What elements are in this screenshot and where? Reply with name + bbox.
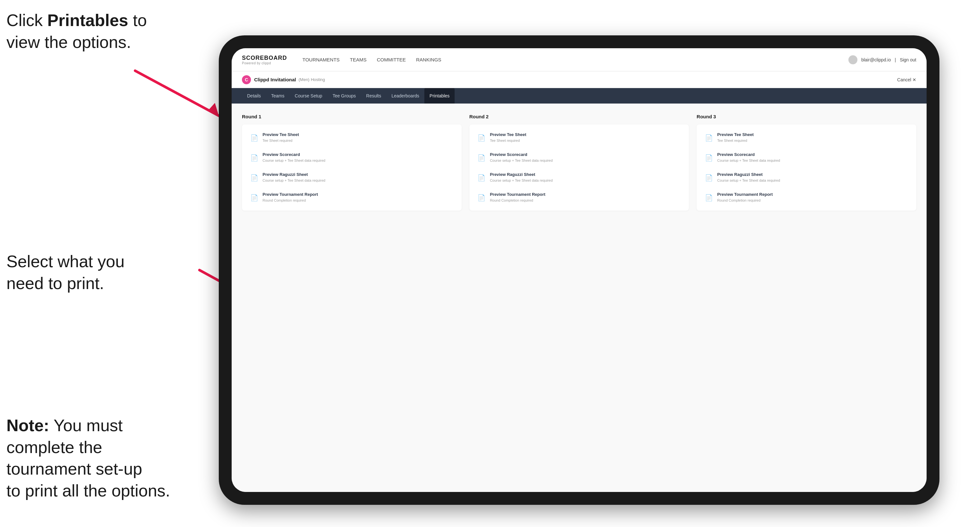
r2-raguzzi-sub: Course setup + Tee Sheet data required (490, 178, 553, 183)
r3-tee-title: Preview Tee Sheet (717, 132, 754, 138)
r1-scorecard-title: Preview Scorecard (262, 152, 325, 157)
top-nav-right: blair@clippd.io | Sign out (848, 55, 916, 64)
logo-title: SCOREBOARD (242, 55, 287, 62)
nav-rankings[interactable]: RANKINGS (416, 56, 441, 63)
tab-course-setup[interactable]: Course Setup (290, 88, 328, 103)
tablet-screen: SCOREBOARD Powered by clippd TOURNAMENTS… (232, 48, 927, 492)
main-content: Round 1 📄 Preview Tee Sheet Tee Sheet re… (232, 103, 927, 492)
tournament-name: Clippd Invitational (254, 77, 296, 82)
r3-raguzzi-sub: Course setup + Tee Sheet data required (717, 178, 780, 183)
round-1-scorecard[interactable]: 📄 Preview Scorecard Course setup + Tee S… (247, 149, 457, 166)
r2-raguzzi-icon: 📄 (477, 173, 486, 183)
round-1-card: 📄 Preview Tee Sheet Tee Sheet required 📄… (242, 124, 462, 211)
instruction-note-label: Note: (6, 416, 49, 435)
scorecard-icon: 📄 (250, 153, 259, 163)
round-3-card: 📄 Preview Tee Sheet Tee Sheet required 📄… (697, 124, 916, 211)
instruction-mid: Select what youneed to print. (6, 251, 124, 294)
round-2-label: Round 2 (469, 114, 689, 119)
r1-raguzzi-sub: Course setup + Tee Sheet data required (262, 178, 325, 183)
r2-tee-sub: Tee Sheet required (490, 138, 527, 143)
r3-tee-sub: Tee Sheet required (717, 138, 754, 143)
nav-tournaments[interactable]: TOURNAMENTS (302, 56, 340, 63)
round-3-raguzzi[interactable]: 📄 Preview Raguzzi Sheet Course setup + T… (702, 170, 911, 186)
r2-scorecard-sub: Course setup + Tee Sheet data required (490, 158, 553, 163)
tab-printables[interactable]: Printables (424, 88, 455, 103)
round-3-scorecard[interactable]: 📄 Preview Scorecard Course setup + Tee S… (702, 149, 911, 166)
r3-report-title: Preview Tournament Report (717, 192, 773, 197)
r1-tee-sub: Tee Sheet required (262, 138, 299, 143)
nav-teams[interactable]: TEAMS (350, 56, 367, 63)
logo-sub: Powered by clippd (242, 62, 287, 65)
round-3-tournament-report[interactable]: 📄 Preview Tournament Report Round Comple… (702, 189, 911, 205)
round-1-raguzzi[interactable]: 📄 Preview Raguzzi Sheet Course setup + T… (247, 170, 457, 186)
instruction-text-1: Click (6, 11, 47, 30)
top-nav: SCOREBOARD Powered by clippd TOURNAMENTS… (232, 48, 927, 71)
user-avatar (848, 55, 858, 64)
round-2-tournament-report[interactable]: 📄 Preview Tournament Report Round Comple… (474, 189, 684, 205)
tab-details[interactable]: Details (242, 88, 266, 103)
tab-tee-groups[interactable]: Tee Groups (328, 88, 361, 103)
r2-report-icon: 📄 (477, 193, 486, 203)
logo-area: SCOREBOARD Powered by clippd (242, 55, 287, 65)
tablet-frame: SCOREBOARD Powered by clippd TOURNAMENTS… (219, 35, 939, 505)
tab-results[interactable]: Results (361, 88, 387, 103)
instruction-text-3: view the options. (6, 33, 131, 51)
r3-raguzzi-icon: 📄 (704, 173, 713, 183)
r2-tee-title: Preview Tee Sheet (490, 132, 527, 138)
raguzzi-icon: 📄 (250, 173, 259, 183)
tournament-status: Hosting (311, 77, 325, 82)
round-2-scorecard[interactable]: 📄 Preview Scorecard Course setup + Tee S… (474, 149, 684, 166)
round-3-label: Round 3 (697, 114, 916, 119)
r1-report-sub: Round Completion required (262, 198, 318, 203)
tournament-header: C Clippd Invitational (Men) Hosting Canc… (232, 71, 927, 88)
instruction-mid-text: Select what youneed to print. (6, 252, 124, 293)
r3-scorecard-sub: Course setup + Tee Sheet data required (717, 158, 780, 163)
sub-nav: Details Teams Course Setup Tee Groups Re… (232, 88, 927, 103)
r1-raguzzi-title: Preview Raguzzi Sheet (262, 172, 325, 178)
round-3-column: Round 3 📄 Preview Tee Sheet Tee Sheet re… (697, 114, 916, 211)
round-1-column: Round 1 📄 Preview Tee Sheet Tee Sheet re… (242, 114, 462, 211)
top-nav-links: TOURNAMENTS TEAMS COMMITTEE RANKINGS (302, 56, 848, 63)
r2-scorecard-icon: 📄 (477, 153, 486, 163)
tab-leaderboards[interactable]: Leaderboards (387, 88, 424, 103)
r1-report-title: Preview Tournament Report (262, 192, 318, 197)
r3-tee-icon: 📄 (704, 133, 713, 143)
report-icon: 📄 (250, 193, 259, 203)
round-2-raguzzi[interactable]: 📄 Preview Raguzzi Sheet Course setup + T… (474, 170, 684, 186)
r2-report-title: Preview Tournament Report (490, 192, 545, 197)
r1-scorecard-sub: Course setup + Tee Sheet data required (262, 158, 325, 163)
cancel-button[interactable]: Cancel ✕ (897, 77, 916, 82)
instruction-text-2: to (128, 11, 147, 30)
svg-line-0 (135, 71, 219, 116)
arrow-1-icon (129, 64, 232, 122)
r3-scorecard-title: Preview Scorecard (717, 152, 780, 157)
tournament-logo: C (242, 75, 251, 84)
r2-report-sub: Round Completion required (490, 198, 545, 203)
round-1-tournament-report[interactable]: 📄 Preview Tournament Report Round Comple… (247, 189, 457, 205)
round-1-tee-sheet[interactable]: 📄 Preview Tee Sheet Tee Sheet required (247, 130, 457, 146)
user-email: blair@clippd.io (861, 57, 891, 62)
r3-scorecard-icon: 📄 (704, 153, 713, 163)
nav-committee[interactable]: COMMITTEE (377, 56, 406, 63)
instruction-bottom: Note: You mustcomplete thetournament set… (6, 415, 170, 502)
separator: | (895, 57, 896, 62)
tee-sheet-icon: 📄 (250, 133, 259, 143)
round-1-label: Round 1 (242, 114, 462, 119)
tab-teams[interactable]: Teams (266, 88, 290, 103)
round-2-column: Round 2 📄 Preview Tee Sheet Tee Sheet re… (469, 114, 689, 211)
round-2-tee-sheet[interactable]: 📄 Preview Tee Sheet Tee Sheet required (474, 130, 684, 146)
tournament-gender: (Men) (299, 77, 310, 82)
rounds-grid: Round 1 📄 Preview Tee Sheet Tee Sheet re… (242, 114, 916, 211)
sign-out-link[interactable]: Sign out (900, 57, 916, 62)
r3-report-sub: Round Completion required (717, 198, 773, 203)
r3-raguzzi-title: Preview Raguzzi Sheet (717, 172, 780, 178)
r2-tee-icon: 📄 (477, 133, 486, 143)
instruction-top: Click Printables to view the options. (6, 10, 147, 53)
round-3-tee-sheet[interactable]: 📄 Preview Tee Sheet Tee Sheet required (702, 130, 911, 146)
round-2-card: 📄 Preview Tee Sheet Tee Sheet required 📄… (469, 124, 689, 211)
r1-tee-title: Preview Tee Sheet (262, 132, 299, 138)
r2-scorecard-title: Preview Scorecard (490, 152, 553, 157)
r2-raguzzi-title: Preview Raguzzi Sheet (490, 172, 553, 178)
r3-report-icon: 📄 (704, 193, 713, 203)
instruction-bold: Printables (47, 11, 128, 30)
